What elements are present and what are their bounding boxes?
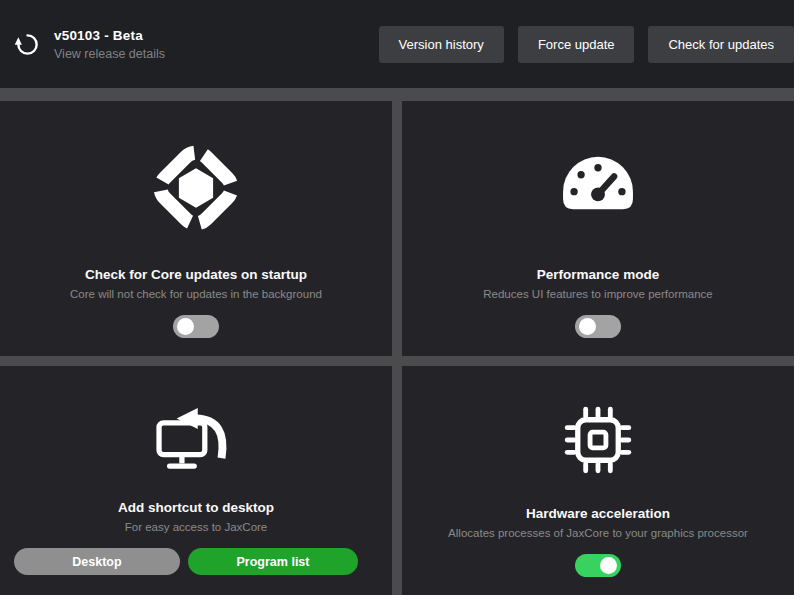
version-label: v50103 - Beta (54, 28, 165, 43)
performance-mode-toggle[interactable] (575, 315, 621, 338)
version-info: v50103 - Beta View release details (12, 28, 165, 61)
card-add-shortcut: Add shortcut to desktop For easy access … (0, 366, 392, 595)
speedometer-icon-area (402, 101, 794, 267)
view-release-details-link[interactable]: View release details (54, 47, 165, 61)
settings-grid: Check for Core updates on startup Core w… (0, 101, 794, 595)
check-for-updates-button[interactable]: Check for updates (648, 26, 794, 63)
speedometer-icon (552, 142, 644, 234)
card-title: Check for Core updates on startup (85, 267, 307, 283)
card-performance-mode: Performance mode Reduces UI features to … (402, 101, 794, 356)
desktop-shortcut-icon (152, 393, 240, 481)
card-subtitle: Allocates processes of JaxCore to your g… (448, 527, 748, 541)
card-title: Hardware acceleration (526, 506, 670, 522)
force-update-button[interactable]: Force update (518, 26, 635, 63)
hardware-acceleration-toggle[interactable] (575, 554, 621, 577)
core-logo-icon-area (0, 101, 392, 267)
card-core-updates-on-startup: Check for Core updates on startup Core w… (0, 101, 392, 356)
shortcut-buttons-row: Desktop Program list (0, 548, 392, 575)
core-logo-icon (149, 141, 243, 235)
card-hardware-acceleration: Hardware acceleration Allocates processe… (402, 366, 794, 595)
toggle-knob (177, 318, 194, 335)
core-updates-toggle[interactable] (173, 315, 219, 338)
cpu-chip-icon-area (402, 366, 794, 506)
desktop-shortcut-button[interactable]: Desktop (14, 548, 180, 575)
card-title: Performance mode (537, 267, 659, 283)
refresh-updates-icon[interactable] (12, 29, 42, 59)
jaxcore-settings-screen: v50103 - Beta View release details Versi… (0, 0, 794, 595)
program-list-shortcut-button[interactable]: Program list (188, 548, 358, 575)
toggle-knob (579, 318, 596, 335)
desktop-shortcut-icon-area (0, 366, 392, 500)
cpu-chip-icon (554, 396, 642, 484)
card-subtitle: For easy access to JaxCore (125, 521, 268, 535)
card-title: Add shortcut to desktop (118, 500, 274, 516)
toggle-knob (600, 557, 617, 574)
circular-arrow-icon (14, 31, 41, 58)
version-text-block: v50103 - Beta View release details (54, 28, 165, 61)
version-history-button[interactable]: Version history (379, 26, 504, 63)
update-header: v50103 - Beta View release details Versi… (0, 0, 794, 88)
card-subtitle: Reduces UI features to improve performan… (483, 288, 712, 302)
update-actions: Version history Force update Check for u… (379, 26, 794, 63)
card-subtitle: Core will not check for updates in the b… (70, 288, 322, 302)
